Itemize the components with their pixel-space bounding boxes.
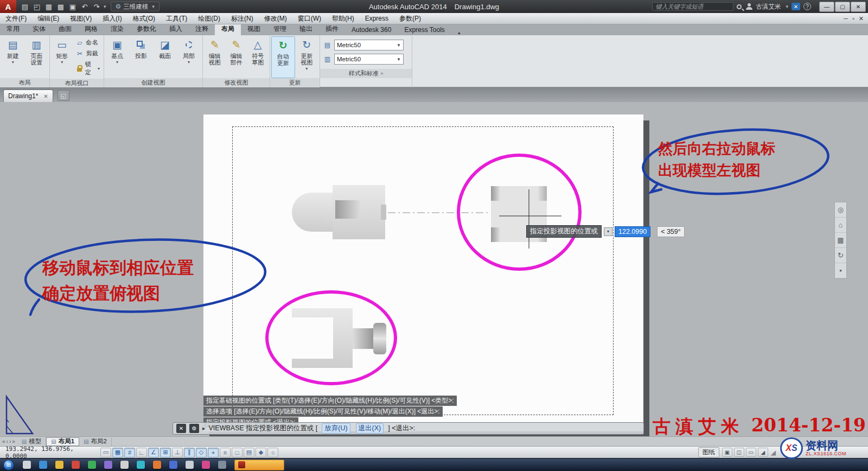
panel-title[interactable]: 修改视图 [203,78,270,87]
menu-item[interactable]: 插入(I) [97,13,127,24]
menu-item[interactable]: 工具(T) [161,13,193,24]
close-icon[interactable]: ✕ [176,424,186,433]
paper-model-toggle[interactable]: 图纸 [698,447,719,457]
ribbon-tab[interactable]: 插件 [319,23,345,35]
base-view-button[interactable]: ▣ 基点 ▾ [105,36,129,78]
menu-item[interactable]: 视图(V) [65,13,97,24]
edit-components-button[interactable]: ✎ 编辑 部件 [226,36,247,78]
symbol-sketch-button[interactable]: △ 符号 草图 [247,36,269,78]
status-right-icon[interactable]: ◫ [734,448,744,457]
help-icon[interactable]: ? [803,3,811,10]
taskbar-app-icon[interactable] [67,459,84,471]
taskbar-app-icon[interactable] [84,459,100,471]
panel-expander-icon[interactable]: » [381,71,383,76]
projected-view-button[interactable]: 投影 [129,36,153,78]
panel-title[interactable]: 创建视图 [104,78,202,87]
autocad-logo-icon[interactable]: A [0,0,16,13]
status-toggle-icon[interactable]: ≡ [220,448,231,457]
taskbar-active-app[interactable] [234,460,284,470]
layout-tab[interactable]: ▤ 模型 [17,437,46,446]
taskbar-app-icon[interactable] [51,459,67,471]
clip-viewport-button[interactable]: ✂剪裁 [74,49,101,58]
menu-item[interactable]: 帮助(H) [327,13,360,24]
pan-icon[interactable]: ⌂ [835,218,846,233]
status-right-icon[interactable]: ▭ [746,448,756,457]
last-tab-icon[interactable]: » [12,438,15,444]
layout-tab[interactable]: ▤ 布局2 [79,437,112,446]
ribbon-tab[interactable]: 曲面 [52,23,78,35]
status-toggle-icon[interactable]: # [124,448,135,457]
workspace-switcher[interactable]: ⚙ 三维建模 ▾ [111,2,159,11]
standard-style-dropdown[interactable]: Metric50 ▼ [334,54,404,65]
new-tab-button[interactable]: ◱ [58,90,69,101]
close-icon[interactable]: ✕ [43,93,48,99]
dynamic-input-options-icon[interactable]: ▾ [604,227,612,236]
panel-title[interactable]: 更新 [270,78,320,87]
status-toggle-icon[interactable]: ◇ [196,448,207,457]
qat-icon[interactable]: ▦ [43,2,54,11]
layout-tab[interactable]: ▤ 布局1 [46,437,79,446]
ribbon-tab[interactable]: Autodesk 360 [345,25,398,35]
qat-icon[interactable]: ↶ [79,2,90,11]
start-button[interactable]: ⊞ [3,460,14,470]
taskbar-app-icon[interactable] [100,459,116,471]
ribbon-tab[interactable]: 输出 [293,23,319,35]
doc-window-control[interactable]: ✕ [859,15,864,22]
layout-paper[interactable] [203,114,643,431]
named-viewport-button[interactable]: ▱命名 [74,38,101,47]
update-view-button[interactable]: ↻ 更新 视图 ▾ [295,36,318,78]
viewport-rect-button[interactable]: ▭ 矩形 ▾ [51,36,73,79]
qat-customize-caret[interactable]: ▾ [104,4,106,9]
command-option-undo[interactable]: 放弃(U) [322,423,350,434]
taskbar-app-icon[interactable] [165,459,181,471]
status-toggle-icon[interactable]: ◆ [256,448,266,457]
panel-title[interactable]: 样式和标准 » [320,69,412,78]
page-setup-button[interactable]: ▥ 页面 设置 [25,36,49,78]
window-control-button[interactable]: ▢ [835,2,850,12]
ribbon-tab[interactable]: 布局 [215,23,241,35]
status-right-icon[interactable]: ◢ [758,448,768,457]
menu-item[interactable]: 修改(M) [259,13,292,24]
taskbar-app-icon[interactable] [35,459,51,471]
showmotion-icon[interactable]: ▪ [835,263,846,278]
panel-title[interactable]: 布局视口 [50,79,104,87]
distance-input[interactable]: 122.0990 [615,226,650,237]
ribbon-tab[interactable]: 渲染 [104,23,130,35]
auto-update-button[interactable]: ↻ 自动 更新 [271,36,295,78]
taskbar-app-icon[interactable] [132,459,149,471]
status-toggle-icon[interactable]: ∠ [148,448,159,457]
status-toggle-icon[interactable]: □ [232,448,242,457]
ribbon-tab[interactable]: 注释 [189,23,215,35]
ribbon-collapse-icon[interactable]: ▴ [455,30,464,35]
taskbar-app-icon[interactable] [18,459,35,471]
status-toggle-icon[interactable]: ∥ [184,448,195,457]
status-toggle-icon[interactable]: + [208,448,219,457]
first-tab-icon[interactable]: « [2,438,5,444]
next-tab-icon[interactable]: › [9,438,11,444]
command-history-toggle-icon[interactable]: ▸ [202,425,206,432]
new-layout-button[interactable]: ▤ 新建 ▾ [1,36,25,78]
menu-item[interactable]: 文件(F) [0,13,32,24]
section-view-button[interactable]: ◪ 截面 [153,36,177,78]
drawing-canvas[interactable]: 移动鼠标到相应位置 确定放置俯视图 然后向右拉动鼠标 出现模型左视图 古滇艾米 … [0,102,868,436]
taskbar-app-icon[interactable] [116,459,132,471]
taskbar-app-icon[interactable] [181,459,197,471]
ribbon-tab[interactable]: 管理 [267,23,293,35]
status-toggle-icon[interactable]: ⊥ [172,448,183,457]
status-toggle-icon[interactable]: ⊞ [160,448,171,457]
status-right-icon[interactable]: ▣ [722,448,732,457]
ribbon-tab[interactable]: 实体 [26,23,52,35]
ribbon-tab[interactable]: 插入 [163,23,189,35]
status-toggle-icon[interactable]: ▤ [244,448,254,457]
search-icon[interactable] [737,4,742,9]
doc-window-control[interactable]: ▫ [852,15,854,22]
search-input[interactable] [652,2,733,11]
taskbar-app-icon[interactable] [214,459,230,471]
layout-tab-nav[interactable]: « ‹ › » [0,438,17,444]
doc-window-control[interactable]: ─ [844,15,848,22]
qat-icon[interactable]: ◰ [31,2,42,11]
qat-icon[interactable]: ↷ [91,2,102,11]
file-tab-drawing1[interactable]: Drawing1* ✕ [3,90,53,102]
ribbon-tab[interactable]: 参数化 [130,23,163,35]
menu-item[interactable]: 窗口(W) [292,13,327,24]
